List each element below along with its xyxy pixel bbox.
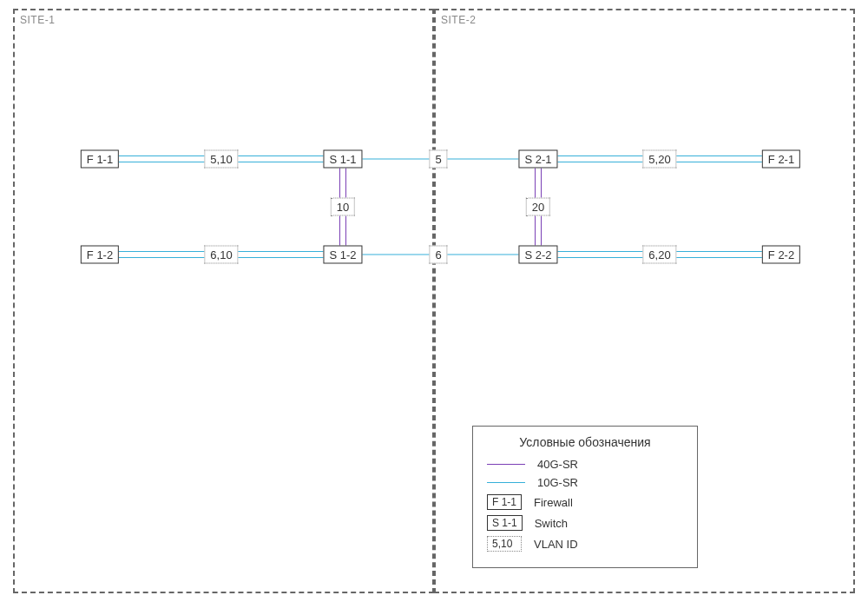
legend-switch-sample: S 1-1 — [487, 515, 523, 531]
legend-row-vlan: 5,10 VLAN ID — [487, 536, 683, 552]
node-f22: F 2-2 — [762, 246, 800, 264]
node-f21: F 2-1 — [762, 150, 800, 169]
legend-vlan-sample: 5,10 — [487, 536, 522, 552]
node-f11: F 1-1 — [81, 150, 119, 169]
site-1-container: SITE-1 — [13, 9, 434, 593]
vlan-s12-s22: 6 — [429, 246, 447, 264]
legend-firewall-label: Firewall — [534, 496, 573, 509]
node-s22: S 2-2 — [518, 246, 557, 264]
legend-vlan-label: VLAN ID — [534, 538, 578, 551]
legend-title: Условные обозначения — [487, 435, 683, 449]
legend-10g-label: 10G-SR — [537, 476, 578, 489]
legend-box: Условные обозначения 40G-SR 10G-SR F 1-1… — [472, 426, 698, 568]
site-2-label: SITE-2 — [441, 14, 476, 26]
vlan-s21-f21: 5,20 — [642, 150, 676, 169]
node-f12: F 1-2 — [81, 246, 119, 264]
vlan-s21-s22: 20 — [526, 198, 550, 216]
vlan-s22-f22: 6,20 — [642, 246, 676, 264]
legend-row-10g: 10G-SR — [487, 476, 683, 489]
vlan-s11-s12: 10 — [331, 198, 355, 216]
node-s12: S 1-2 — [323, 246, 362, 264]
legend-row-firewall: F 1-1 Firewall — [487, 494, 683, 510]
legend-row-switch: S 1-1 Switch — [487, 515, 683, 531]
legend-switch-label: Switch — [535, 517, 568, 530]
legend-firewall-sample: F 1-1 — [487, 494, 522, 510]
legend-40g-label: 40G-SR — [537, 458, 578, 471]
vlan-f11-s11: 5,10 — [204, 150, 238, 169]
node-s21: S 2-1 — [518, 150, 557, 169]
vlan-s11-s21: 5 — [429, 150, 447, 169]
legend-row-40g: 40G-SR — [487, 458, 683, 471]
vlan-f12-s12: 6,10 — [204, 246, 238, 264]
node-s11: S 1-1 — [323, 150, 362, 169]
legend-swatch-40g-icon — [487, 464, 525, 465]
site-1-label: SITE-1 — [20, 14, 55, 26]
legend-swatch-10g-icon — [487, 482, 525, 483]
